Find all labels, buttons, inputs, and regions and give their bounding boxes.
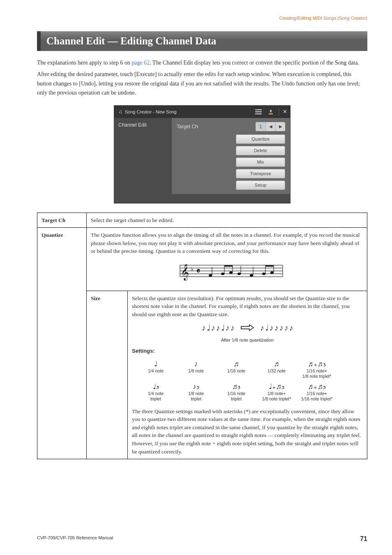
svg-point-14 — [209, 274, 212, 277]
setting-1-4: ♩ 1/4 note — [138, 359, 174, 379]
breadcrumb: Creating/Editing MIDI Songs (Song Creato… — [37, 16, 367, 21]
cell-size-desc: Selects the quantize size (resolution). … — [128, 291, 367, 459]
setting-combo-3: ♬₊♬₃ 1/16 note+ 1/16 note triplet* — [299, 382, 335, 402]
link-page-62[interactable]: page 62 — [131, 60, 150, 66]
intro-paragraph-2: After editing the desired parameter, tou… — [37, 70, 367, 97]
setting-1-16t: ♬₃ 1/16 note triplet — [218, 382, 254, 402]
intro-1b: . The Channel Edit display lets you corr… — [150, 60, 359, 66]
channel-edit-screenshot: ♫ Song Creator - New Song ✕ Channel Edit — [114, 105, 291, 204]
list-icon[interactable] — [254, 108, 263, 116]
spinner-next[interactable]: ▶ — [275, 122, 285, 131]
page-footer: CVP-709/CVP-705 Reference Manual 71 — [37, 535, 367, 543]
target-ch-value: 1 — [256, 122, 265, 131]
option-setup[interactable]: Setup — [236, 180, 285, 190]
setting-combo-1: ♬₊♬₃ 1/16 note+ 1/8 note triplet* — [299, 359, 335, 379]
intro-1a: The explanations here apply to step 6 on — [37, 60, 131, 66]
parameter-table: Target Ch Select the target channel to b… — [37, 213, 367, 460]
settings-row-2: ♩₃ 1/4 note triplet ♪₃ 1/8 note triplet … — [138, 382, 363, 402]
screenshot-header: ♫ Song Creator - New Song ✕ — [114, 106, 290, 118]
target-ch-label: Target Ch — [177, 124, 198, 130]
quantize-caption: After 1/8 note quantization — [132, 337, 363, 344]
size-desc-text: Selects the quantize size (resolution). … — [132, 295, 350, 317]
option-transpose[interactable]: Transpose — [236, 169, 285, 178]
screenshot-title: Song Creator - New Song — [125, 109, 177, 114]
setting-1-16: ♬ 1/16 note — [218, 359, 254, 379]
target-ch-spinner[interactable]: 1 ◀ ▶ — [256, 122, 285, 131]
setting-combo-2: ♩₊♬₃ 1/8 note+ 1/8 note triplet* — [258, 382, 295, 402]
svg-text:𝄴: 𝄴 — [196, 266, 200, 275]
svg-rect-1 — [255, 111, 262, 112]
arrow-right-icon — [240, 324, 254, 331]
cell-target-ch-name: Target Ch — [37, 213, 87, 228]
music-note-icon: ♫ — [118, 109, 122, 115]
cell-quantize-name: Quantize — [37, 228, 87, 459]
svg-point-21 — [238, 273, 241, 275]
settings-label: Settings: — [132, 347, 363, 355]
svg-rect-3 — [269, 113, 273, 114]
channel-edit-tab[interactable]: Channel Edit — [118, 122, 168, 128]
quantize-desc-text: The Quantize function allows you to alig… — [91, 232, 360, 254]
quantize-before-after: ♪♩♪ ♪♩♪ ♪ ♪♩♪ ♪♪♪ ♪ — [132, 322, 363, 334]
option-quantize[interactable]: Quantize — [236, 134, 285, 144]
row-target-ch: Target Ch Select the target channel to b… — [37, 213, 367, 228]
svg-text:♭: ♭ — [191, 266, 194, 272]
svg-point-25 — [262, 273, 265, 275]
footer-left: CVP-709/CVP-705 Reference Manual — [37, 535, 113, 543]
row-quantize: Quantize The Quantize function allows yo… — [37, 228, 367, 291]
quantize-note-text: The three Quantize settings marked with … — [132, 407, 363, 456]
screenshot-footer — [114, 194, 290, 203]
option-delete[interactable]: Delete — [236, 146, 285, 155]
setting-1-8t: ♪₃ 1/8 note triplet — [178, 382, 214, 402]
cell-quantize-desc: The Quantize function allows you to alig… — [87, 228, 367, 291]
cell-size-name: Size — [87, 291, 128, 459]
cell-target-ch-desc: Select the target channel to be edited. — [87, 213, 367, 228]
settings-grid: ♩ 1/4 note ♪ 1/8 note ♬ 1/16 note — [138, 359, 363, 402]
svg-rect-0 — [255, 109, 262, 110]
intro-paragraph-1: The explanations here apply to step 6 on… — [37, 58, 367, 67]
svg-point-16 — [221, 273, 224, 275]
spinner-prev[interactable]: ◀ — [265, 122, 275, 131]
setting-1-4t: ♩₃ 1/4 note triplet — [138, 382, 174, 402]
save-icon[interactable] — [266, 108, 275, 116]
setting-1-8: ♪ 1/8 note — [178, 359, 214, 379]
section-heading: Channel Edit — Editing Channel Data — [37, 31, 367, 51]
page-number: 71 — [360, 535, 367, 543]
row-size: Size Selects the quantize size (resoluti… — [37, 291, 367, 459]
settings-row-1: ♩ 1/4 note ♪ 1/8 note ♬ 1/16 note — [138, 359, 363, 379]
music-staff-diagram: 𝄞 ♭ 𝄴 — [91, 255, 363, 287]
svg-point-18 — [229, 271, 233, 274]
setting-1-32: ♬ 1/32 note — [258, 359, 295, 379]
svg-text:𝄞: 𝄞 — [181, 264, 189, 281]
close-icon[interactable]: ✕ — [279, 108, 288, 116]
option-mix[interactable]: Mix — [236, 157, 285, 167]
svg-point-23 — [250, 274, 253, 277]
svg-rect-2 — [255, 113, 262, 114]
svg-point-27 — [270, 271, 274, 274]
